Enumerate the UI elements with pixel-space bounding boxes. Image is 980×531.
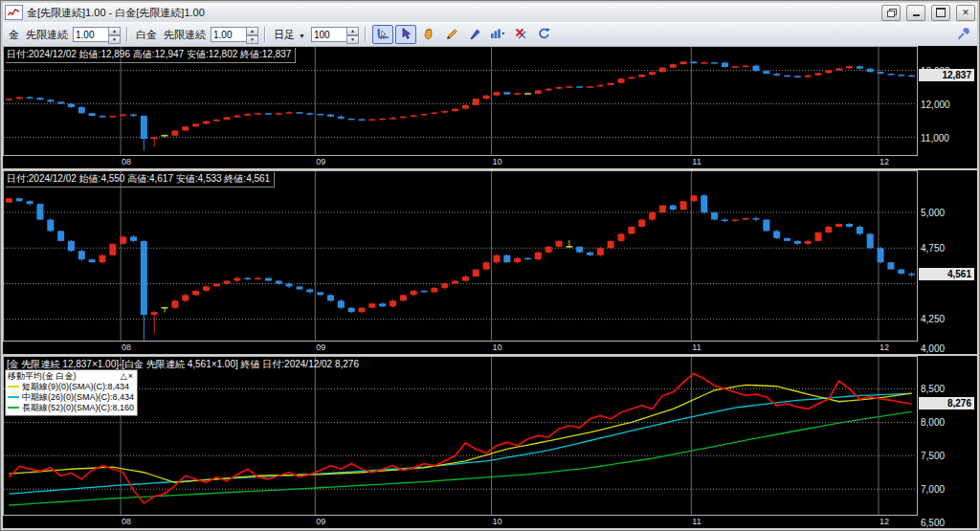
axis-tick-label: 4,750: [921, 243, 945, 254]
gold-x-axis: 0809101112: [3, 156, 918, 168]
legend-title: 移動平均(金 白金): [8, 371, 77, 382]
spread-panel: [金 先限連続 12,837×1.00]-[白金 先限連続 4,561×1.00…: [3, 356, 977, 528]
sma-short-swatch: [8, 386, 19, 387]
gold-spinner-arrows[interactable]: ▲▼: [108, 27, 121, 42]
axis-tick-label: 8,000: [921, 417, 945, 428]
chart-window: 金[先限連続]1.00 - 白金[先限連続]1.00 ✕ 金 先限連続 ▲▼ 白…: [0, 0, 980, 531]
sma-mid-swatch: [8, 396, 19, 398]
layers-button[interactable]: [881, 5, 901, 21]
month-label: 12: [880, 517, 889, 526]
spin-down-icon[interactable]: ▼: [346, 35, 359, 44]
layers-icon: [887, 9, 896, 16]
select-arrow-icon: [400, 28, 412, 42]
platinum-panel: 日付:2024/12/02 始値:4,550 高値:4,617 安値:4,533…: [3, 170, 977, 354]
gold-ohlc-header: 日付:2024/12/02 始値:12,896 高値:12,947 安値:12,…: [6, 48, 296, 63]
platinum-multiplier-spinner[interactable]: ▲▼: [211, 27, 258, 42]
close-button[interactable]: ✕: [956, 5, 975, 21]
last-price-badge: 4,561: [919, 268, 974, 280]
minimize-icon: [913, 14, 920, 16]
axis-tick-label: 4,250: [921, 314, 945, 324]
toolbar-separator: [264, 27, 266, 42]
gold-multiplier-spinner[interactable]: ▲▼: [73, 27, 121, 42]
sma-long-swatch: [8, 407, 19, 409]
chevron-down-icon: ▼: [299, 33, 305, 39]
gold-symbol-label: 金: [7, 28, 21, 42]
hand-button[interactable]: [418, 25, 439, 44]
maximize-button[interactable]: [931, 5, 950, 21]
spin-up-icon[interactable]: ▲: [108, 27, 121, 35]
bar-count-input[interactable]: [311, 27, 346, 42]
month-label: 12: [880, 343, 889, 352]
axis-tick-label: 5,000: [921, 208, 945, 218]
sma-mid-label: 中期線(26)(0)(SMA)(C):8,434: [22, 392, 134, 403]
window-title: 金[先限連続]1.00 - 白金[先限連続]1.00: [27, 6, 876, 20]
pencil-button[interactable]: [441, 25, 462, 44]
toolbar-separator: [365, 27, 367, 42]
app-chart-icon: [5, 5, 23, 20]
platinum-multiplier-input[interactable]: [211, 27, 246, 42]
minimize-button[interactable]: [906, 5, 925, 21]
platinum-price-axis[interactable]: 5,0004,7504,2504,0004,561: [918, 170, 977, 354]
platinum-symbol-label: 白金: [134, 28, 159, 42]
month-label: 12: [880, 157, 889, 166]
gold-multiplier-input[interactable]: [73, 27, 108, 42]
delete-x-button[interactable]: [510, 25, 531, 44]
spread-price-axis[interactable]: 8,5008,0007,5007,0006,5008,276: [918, 356, 977, 528]
legend-collapse-button[interactable]: △: [121, 371, 128, 381]
spin-down-icon[interactable]: ▼: [246, 35, 258, 44]
gold-candlestick-plot[interactable]: 日付:2024/12/02 始値:12,896 高値:12,947 安値:12,…: [3, 46, 918, 156]
legend-close-button[interactable]: ×: [128, 371, 134, 381]
month-label: 11: [692, 343, 701, 352]
wrench-icon: [957, 28, 969, 42]
spin-up-icon[interactable]: ▲: [246, 27, 258, 35]
spin-up-icon[interactable]: ▲: [346, 27, 359, 35]
axis-scale-button[interactable]: [372, 25, 393, 44]
toolbar-separator: [126, 27, 128, 42]
last-price-badge: 12,837: [919, 69, 974, 81]
moving-average-legend: 移動平均(金 白金) △× 短期線(9)(0)(SMA)(C):8,434 中期…: [5, 369, 138, 416]
gold-price-axis[interactable]: 13,00012,00011,00012,837: [918, 46, 977, 168]
month-label: 10: [492, 517, 501, 526]
spread-x-axis: 0809101112: [3, 516, 918, 528]
last-price-badge: 8,276: [919, 397, 974, 409]
bar-chart-button[interactable]: [487, 25, 508, 44]
platinum-x-axis: 0809101112: [3, 342, 918, 354]
gridlines: [4, 357, 917, 515]
month-label: 08: [122, 517, 131, 526]
select-arrow-button[interactable]: [395, 25, 416, 44]
month-label: 08: [122, 157, 131, 166]
bar-count-spinner[interactable]: ▲▼: [311, 27, 359, 42]
platinum-candlestick-plot[interactable]: 日付:2024/12/02 始値:4,550 高値:4,617 安値:4,533…: [3, 170, 918, 342]
month-label: 09: [316, 157, 325, 166]
period-dropdown[interactable]: 日足 ▼: [272, 28, 308, 42]
platinum-ohlc-header: 日付:2024/12/02 始値:4,550 高値:4,617 安値:4,533…: [6, 172, 275, 188]
pen-button[interactable]: [464, 25, 485, 44]
line-series: [9, 411, 911, 505]
gold-panel: 日付:2024/12/02 始値:12,896 高値:12,947 安値:12,…: [3, 46, 977, 168]
maximize-icon: [936, 8, 946, 17]
axis-scale-icon: [376, 28, 390, 42]
month-label: 11: [692, 517, 701, 526]
refresh-button[interactable]: [533, 25, 554, 44]
axis-tick-label: 4,000: [921, 343, 945, 354]
refresh-icon: [538, 28, 550, 42]
axis-tick-label: 7,500: [921, 451, 945, 461]
title-bar[interactable]: 金[先限連続]1.00 - 白金[先限連続]1.00 ✕: [3, 3, 977, 22]
platinum-spinner-arrows[interactable]: ▲▼: [246, 27, 258, 42]
month-label: 08: [122, 343, 131, 352]
pen-icon: [469, 28, 481, 42]
sma-long-label: 長期線(52)(0)(SMA)(C):8,160: [22, 403, 134, 413]
plot-canvas: [4, 357, 917, 515]
sma-short-label: 短期線(9)(0)(SMA)(C):8,434: [22, 382, 129, 392]
spin-down-icon[interactable]: ▼: [108, 35, 121, 44]
settings-wrench-button[interactable]: [952, 25, 973, 44]
toolbar: 金 先限連続 ▲▼ 白金 先限連続 ▲▼ 日足 ▼ ▲▼: [3, 22, 977, 46]
spread-line-plot[interactable]: [金 先限連続 12,837×1.00]-[白金 先限連続 4,561×1.00…: [3, 356, 918, 516]
pencil-icon: [446, 28, 458, 42]
bar-count-spinner-arrows[interactable]: ▲▼: [346, 27, 359, 42]
plot-canvas: [4, 171, 917, 341]
hand-icon: [423, 28, 435, 42]
month-label: 10: [492, 157, 501, 166]
month-label: 10: [492, 343, 501, 352]
month-label: 09: [316, 343, 325, 352]
